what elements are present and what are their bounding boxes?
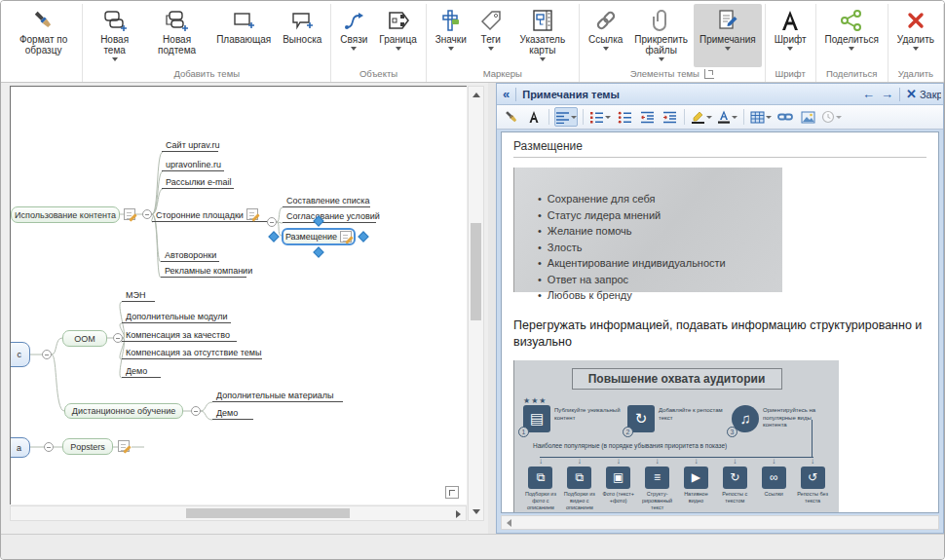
tags-button[interactable]: Теги <box>472 4 510 67</box>
topic-ads[interactable]: Рекламные компании <box>161 263 246 278</box>
notes-panel-title: Примечания темы <box>522 89 856 100</box>
floating-topic-button[interactable]: Плавающая <box>210 4 277 67</box>
hyperlink-button[interactable]: Ссылка <box>583 4 628 67</box>
note-paragraph: Перегружать информацией, подавать информ… <box>513 317 926 351</box>
collapse-toggle[interactable] <box>267 217 277 227</box>
font-color-button[interactable] <box>716 107 738 127</box>
note-embedded-infographic[interactable]: Повышение охвата аудитории ▤★★★1 Публику… <box>513 360 839 513</box>
icons-marker-icon <box>438 8 464 33</box>
boundary-button[interactable]: Граница <box>373 4 422 67</box>
notes-font-dialog-button[interactable] <box>524 107 544 127</box>
insert-table-button[interactable] <box>749 107 773 127</box>
topic-list-building[interactable]: Составление списка <box>283 193 370 207</box>
group-label-add-topics: Добавить темы <box>86 67 327 82</box>
bullet-list-button[interactable] <box>615 107 634 127</box>
topic-usage[interactable]: Использование контента <box>11 206 120 223</box>
topic-site[interactable]: Сайт uprav.ru <box>162 137 218 152</box>
collapse-toggle[interactable] <box>42 350 52 359</box>
callout-icon <box>289 8 315 33</box>
delete-label: Удалить <box>897 34 934 45</box>
scroll-left-icon[interactable] <box>507 519 511 527</box>
topic-upravonline[interactable]: upravonline.ru <box>162 157 224 171</box>
topic-terms[interactable]: Согласование условий <box>283 208 376 223</box>
next-note-icon[interactable]: → <box>881 88 893 100</box>
topic-men[interactable]: МЭН <box>122 287 155 302</box>
topic-materials[interactable]: Дополнительные материалы <box>212 388 343 402</box>
map-canvas[interactable]: Использование контента Сайт uprav.ru upr… <box>10 86 467 504</box>
attach-files-button[interactable]: Прикрепить файлы <box>628 4 694 67</box>
note-icon[interactable] <box>118 440 130 452</box>
topic-email[interactable]: Рассылки e-mail <box>162 174 234 189</box>
insert-link-button[interactable] <box>775 107 795 127</box>
links-button[interactable]: Связи <box>334 4 373 67</box>
topic-comp-quality[interactable]: Компенсация за качество <box>122 327 237 342</box>
close-panel-button[interactable]: ✕ Закрыть <box>906 88 941 100</box>
numbered-list-button[interactable] <box>588 107 612 127</box>
topic-third-party[interactable]: Сторонние площадки <box>152 207 267 222</box>
align-button[interactable] <box>554 107 578 127</box>
highlight-color-button[interactable] <box>690 107 713 127</box>
icons-label: Значки <box>435 34 467 45</box>
topic-main-partial-a-label: а <box>17 443 21 453</box>
topic-placement-selected[interactable]: Размещение <box>282 228 356 245</box>
map-horizontal-scrollbar[interactable] <box>10 505 467 521</box>
bullet-item: Акцентирование индивидуальности <box>538 255 782 272</box>
topic-popsters[interactable]: Popsters <box>62 438 113 455</box>
infographic-middle-label: Наиболее популярные (в порядке убывания … <box>533 442 832 449</box>
topic-popsters-label: Popsters <box>70 442 105 452</box>
collapse-toggle[interactable] <box>142 209 152 219</box>
topic-modules[interactable]: Дополнительные модули <box>122 309 231 323</box>
font-button[interactable]: Шрифт <box>769 4 813 67</box>
delete-button[interactable]: Удалить <box>891 4 940 67</box>
format-painter-button[interactable]: Формат по образцу <box>8 4 79 67</box>
topic-elements-dialog-launcher-icon[interactable] <box>704 69 714 79</box>
scroll-right-icon[interactable] <box>456 510 461 518</box>
popular-content-icon: ♫3 <box>732 405 759 432</box>
increase-indent-button[interactable] <box>660 107 679 127</box>
icons-button[interactable]: Значки <box>430 4 472 67</box>
notes-horizontal-scrollbar[interactable] <box>501 515 939 530</box>
topic-funnels[interactable]: Автоворонки <box>161 247 219 262</box>
topic-oom[interactable]: ООМ <box>62 330 107 347</box>
topic-main-partial-c[interactable]: с <box>10 342 30 367</box>
map-index-button[interactable]: Указатель карты <box>510 4 576 67</box>
scroll-down-icon[interactable] <box>472 509 480 514</box>
fit-map-button[interactable] <box>445 486 459 499</box>
note-icon[interactable] <box>124 208 135 220</box>
notes-editor[interactable]: Размещение Сохранение для себя Статус ли… <box>501 131 939 513</box>
insert-image-button[interactable] <box>798 107 817 127</box>
ribbon-group-delete: Удалить Удалить <box>888 4 944 82</box>
photo-collection-icon: ⧉ <box>528 467 552 489</box>
scroll-up-icon[interactable] <box>472 93 480 97</box>
bullet-item: Сохранение для себя <box>538 191 782 207</box>
map-vertical-scrollbar[interactable] <box>468 86 484 521</box>
collapse-toggle[interactable] <box>191 406 201 416</box>
topic-main-partial-a[interactable]: а <box>10 437 30 458</box>
insert-datetime-button[interactable] <box>820 107 843 127</box>
note-embedded-image-bullets[interactable]: Сохранение для себя Статус лидера мнений… <box>513 168 782 292</box>
boundary-dropdown-caret <box>396 47 401 51</box>
down-arrow-icon: ↓ <box>733 457 737 466</box>
new-subtopic-button[interactable]: Новая подтема <box>143 4 210 67</box>
topic-comp-absence[interactable]: Компенсация за отсутствие темы <box>122 345 262 359</box>
notes-button[interactable]: Примечания <box>694 4 762 67</box>
decrease-indent-button[interactable] <box>637 107 657 127</box>
topic-demo-2[interactable]: Демо <box>212 405 253 420</box>
topic-distance-learning[interactable]: Дистанционное обучение <box>64 403 183 419</box>
collapse-toggle[interactable] <box>44 442 54 452</box>
topic-demo-1[interactable]: Демо <box>122 363 161 378</box>
note-icon[interactable] <box>340 231 352 243</box>
collapse-panel-icon[interactable]: « <box>503 88 510 100</box>
share-dropdown-caret <box>849 47 854 51</box>
prev-note-icon[interactable]: ← <box>862 88 875 100</box>
new-topic-button[interactable]: Новая тема <box>86 4 143 67</box>
align-dropdown-caret <box>571 116 577 119</box>
infographic-item: ↓⧉Подборки из фото с описанием <box>521 457 560 511</box>
notes-format-painter-button[interactable] <box>502 107 521 127</box>
horizontal-scroll-thumb[interactable] <box>186 508 350 518</box>
note-icon[interactable] <box>246 208 258 220</box>
share-button[interactable]: Поделиться <box>819 4 885 67</box>
callout-button[interactable]: Выноска <box>277 4 327 67</box>
vertical-scroll-thumb[interactable] <box>471 223 481 320</box>
down-arrow-icon: ↓ <box>656 457 660 466</box>
